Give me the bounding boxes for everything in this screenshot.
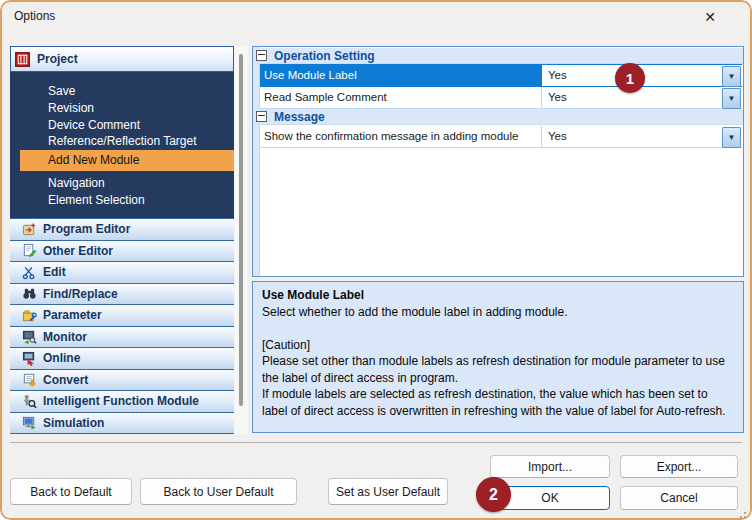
grid-indicator-column [253,47,260,276]
sidebar-category-label: Online [43,351,80,365]
chevron-down-icon: ▼ [728,95,736,103]
description-line: If module labels are selected as refresh… [262,386,734,419]
other-editor-icon [22,243,37,258]
step-badge-2: 2 [476,477,511,512]
dropdown-button[interactable]: ▼ [722,127,741,148]
setting-row-read-sample-comment: Read Sample Comment Yes ▼ [260,87,742,109]
sidebar-category-project[interactable]: Project [10,46,234,72]
group-label: Operation Setting [274,49,375,63]
import-button[interactable]: Import... [490,455,610,478]
scissors-icon [22,265,37,280]
sidebar-item-element-selection[interactable]: Element Selection [10,192,234,208]
sidebar-item-navigation[interactable]: Navigation [10,175,234,191]
chevron-down-icon: ▼ [728,73,736,81]
sidebar-category-monitor[interactable]: Monitor [10,327,234,349]
sidebar-category-label: Program Editor [43,222,130,236]
sidebar-category-label: Simulation [43,416,104,430]
group-header-operation-setting[interactable]: Operation Setting [253,48,743,64]
parameter-icon [22,308,37,323]
settings-grid: Operation Setting Use Module Label Yes ▼… [252,46,744,277]
set-as-user-default-button[interactable]: Set as User Default [328,478,448,505]
close-button[interactable]: ✕ [692,4,728,30]
sidebar-category-edit[interactable]: Edit [10,262,234,284]
close-icon: ✕ [704,9,716,25]
dropdown-button[interactable]: ▼ [722,88,741,109]
sidebar-category-label: Edit [43,265,66,279]
dropdown-button[interactable]: ▼ [722,66,741,87]
sidebar-category-label: Other Editor [43,244,113,258]
description-line: [Caution] [262,337,734,354]
title-bar[interactable]: Options ✕ [0,0,752,34]
chevron-down-icon: ▼ [728,134,736,142]
sidebar-item-device-comment-target[interactable]: Device Comment Reference/Reflection Targ… [10,117,234,149]
export-button[interactable]: Export... [620,455,738,478]
sidebar-category-find-replace[interactable]: Find/Replace [10,284,234,306]
group-label: Message [274,110,325,124]
sidebar-category-label: Find/Replace [43,287,118,301]
sidebar: Project Save Revision Device Comment Ref… [10,46,248,434]
resize-grip[interactable] [744,512,746,514]
binoculars-icon [22,286,37,301]
sidebar-item-add-new-module[interactable]: Add New Module [20,150,239,171]
convert-icon [22,372,37,387]
options-dialog: Options ✕ Project Save Revision Device C… [0,0,752,520]
sidebar-category-convert[interactable]: Convert [10,370,234,392]
sidebar-category-label: Convert [43,373,88,387]
sidebar-item-save[interactable]: Save [10,83,234,99]
description-title: Use Module Label [262,287,734,304]
program-editor-icon [22,222,37,237]
project-subtree: Save Revision Device Comment Reference/R… [10,72,234,218]
sidebar-category-parameter[interactable]: Parameter [10,305,234,327]
simulation-icon [22,415,37,430]
description-panel: Use Module Label Select whether to add t… [252,281,744,433]
sidebar-category-label: Project [37,52,78,66]
sidebar-categories: Program Editor Other Editor [10,218,234,434]
back-to-default-button[interactable]: Back to Default [10,478,132,505]
collapse-icon[interactable] [256,111,267,122]
sidebar-tree: Project Save Revision Device Comment Ref… [10,46,234,434]
sidebar-category-label: Parameter [43,308,102,322]
setting-name[interactable]: Read Sample Comment [260,87,542,108]
back-to-user-default-button[interactable]: Back to User Default [140,478,297,505]
sidebar-category-simulation[interactable]: Simulation [10,413,234,435]
monitor-icon [22,329,37,344]
cancel-button[interactable]: Cancel [620,486,738,510]
online-icon [22,351,37,366]
sidebar-category-label: Intelligent Function Module [43,394,199,408]
sidebar-category-online[interactable]: Online [10,348,234,370]
description-line [262,320,734,337]
setting-row-show-confirmation-message: Show the confirmation message in adding … [260,126,742,148]
setting-row-use-module-label: Use Module Label Yes ▼ [260,65,742,87]
page-title: Options [14,9,55,23]
group-header-message[interactable]: Message [253,109,743,125]
sidebar-category-intelligent-function-module[interactable]: Intelligent Function Module [10,391,234,413]
bottom-separator [10,442,742,443]
sidebar-category-program-editor[interactable]: Program Editor [10,219,234,241]
description-line: Select whether to add the module label i… [262,304,734,321]
setting-name[interactable]: Use Module Label [260,65,542,86]
collapse-icon[interactable] [256,50,267,61]
setting-name[interactable]: Show the confirmation message in adding … [260,126,542,147]
sidebar-category-other-editor[interactable]: Other Editor [10,241,234,263]
description-line: Please set other than module labels as r… [262,353,734,386]
sidebar-item-revision[interactable]: Revision [10,100,234,116]
setting-value[interactable]: Yes [542,126,722,147]
sidebar-scrollbar[interactable] [234,46,248,434]
sidebar-category-label: Monitor [43,330,87,344]
step-badge-1: 1 [615,63,645,93]
sidebar-scrollbar-thumb[interactable] [239,54,243,406]
intelligent-function-icon [22,394,37,409]
project-icon [14,51,31,68]
